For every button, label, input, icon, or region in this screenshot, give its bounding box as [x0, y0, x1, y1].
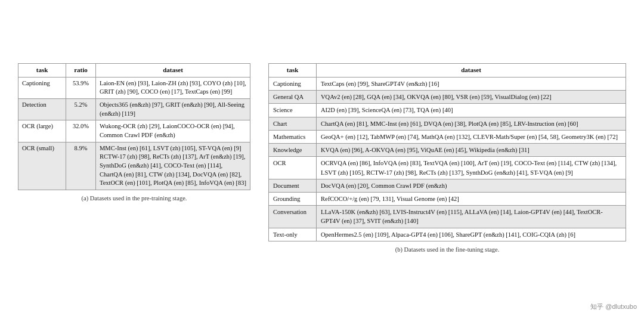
table-row: ScienceAI2D (en) [39], ScienceQA (en) [7…	[269, 104, 626, 117]
right-task-cell: General QA	[269, 91, 317, 104]
right-task-cell: Captioning	[269, 78, 317, 91]
left-dataset-cell: Objects365 (en&zh) [97], GRIT (en&zh) [9…	[96, 98, 250, 120]
left-ratio-cell: 53.9%	[66, 77, 96, 98]
watermark: 知乎 @dlutxubo	[590, 302, 637, 311]
right-task-cell: Grounding	[269, 193, 317, 206]
right-task-cell: Document	[269, 179, 317, 192]
right-dataset-cell: OCRVQA (en) [86], InfoVQA (en) [83], Tex…	[317, 157, 626, 179]
left-caption: (a) Datasets used in the pre-training st…	[18, 195, 250, 202]
table-row: ChartChartQA (en) [81], MMC-Inst (en) [6…	[269, 117, 626, 130]
table-row: GroundingRefCOCO/+/g (en) [79, 131], Vis…	[269, 193, 626, 206]
table-row: Detection5.2%Objects365 (en&zh) [97], GR…	[18, 98, 250, 120]
right-task-cell: OCR	[269, 157, 317, 179]
table-row: ConversationLLaVA-150K (en&zh) [63], LVI…	[269, 206, 626, 228]
right-caption: (b) Datasets used in the fine-tuning sta…	[268, 246, 626, 253]
right-dataset-cell: VQAv2 (en) [28], GQA (en) [34], OKVQA (e…	[317, 91, 626, 104]
left-section: task ratio dataset Captioning53.9%Laion-…	[18, 63, 250, 202]
left-dataset-cell: Wukong-OCR (zh) [29], LaionCOCO-OCR (en)…	[96, 120, 250, 142]
right-dataset-cell: KVQA (en) [96], A-OKVQA (en) [95], ViQuA…	[317, 144, 626, 157]
right-header-task: task	[269, 64, 317, 78]
right-dataset-cell: TextCaps (en) [99], ShareGPT4V (en&zh) […	[317, 78, 626, 91]
right-table: task dataset CaptioningTextCaps (en) [99…	[268, 63, 626, 241]
table-row: General QAVQAv2 (en) [28], GQA (en) [34]…	[269, 91, 626, 104]
right-section: task dataset CaptioningTextCaps (en) [99…	[268, 63, 626, 253]
table-row: MathematicsGeoQA+ (en) [12], TabMWP (en)…	[269, 130, 626, 143]
right-dataset-cell: AI2D (en) [39], ScienceQA (en) [73], TQA…	[317, 104, 626, 117]
right-task-cell: Knowledge	[269, 144, 317, 157]
right-dataset-cell: LLaVA-150K (en&zh) [63], LVIS-Instruct4V…	[317, 206, 626, 228]
left-header-task: task	[18, 64, 66, 77]
table-row: CaptioningTextCaps (en) [99], ShareGPT4V…	[269, 78, 626, 91]
right-task-cell: Mathematics	[269, 130, 317, 143]
left-task-cell: Detection	[18, 98, 66, 120]
page-container: task ratio dataset Captioning53.9%Laion-…	[0, 51, 644, 265]
right-dataset-cell: OpenHermes2.5 (en) [109], Alpaca-GPT4 (e…	[317, 228, 626, 241]
left-header-dataset: dataset	[96, 64, 250, 77]
table-row: OCROCRVQA (en) [86], InfoVQA (en) [83], …	[269, 157, 626, 179]
table-row: KnowledgeKVQA (en) [96], A-OKVQA (en) [9…	[269, 144, 626, 157]
table-row: DocumentDocVQA (en) [20], Common Crawl P…	[269, 179, 626, 192]
right-dataset-cell: GeoQA+ (en) [12], TabMWP (en) [74], Math…	[317, 130, 626, 143]
left-task-cell: Captioning	[18, 77, 66, 98]
right-task-cell: Conversation	[269, 206, 317, 228]
left-dataset-cell: MMC-Inst (en) [61], LSVT (zh) [105], ST-…	[96, 142, 250, 190]
right-task-cell: Science	[269, 104, 317, 117]
table-row: OCR (small)8.9%MMC-Inst (en) [61], LSVT …	[18, 142, 250, 190]
left-ratio-cell: 5.2%	[66, 98, 96, 120]
table-row: OCR (large)32.0%Wukong-OCR (zh) [29], La…	[18, 120, 250, 142]
right-dataset-cell: ChartQA (en) [81], MMC-Inst (en) [61], D…	[317, 117, 626, 130]
left-task-cell: OCR (large)	[18, 120, 66, 142]
left-table: task ratio dataset Captioning53.9%Laion-…	[18, 63, 250, 190]
right-header-dataset: dataset	[317, 64, 626, 78]
right-dataset-cell: RefCOCO/+/g (en) [79, 131], Visual Genom…	[317, 193, 626, 206]
left-ratio-cell: 8.9%	[66, 142, 96, 190]
table-row: Captioning53.9%Laion-EN (en) [93], Laion…	[18, 77, 250, 98]
left-ratio-cell: 32.0%	[66, 120, 96, 142]
right-task-cell: Text-only	[269, 228, 317, 241]
left-header-ratio: ratio	[66, 64, 96, 77]
left-dataset-cell: Laion-EN (en) [93], Laion-ZH (zh) [93], …	[96, 77, 250, 98]
right-task-cell: Chart	[269, 117, 317, 130]
table-row: Text-onlyOpenHermes2.5 (en) [109], Alpac…	[269, 228, 626, 241]
left-task-cell: OCR (small)	[18, 142, 66, 190]
right-dataset-cell: DocVQA (en) [20], Common Crawl PDF (en&z…	[317, 179, 626, 192]
